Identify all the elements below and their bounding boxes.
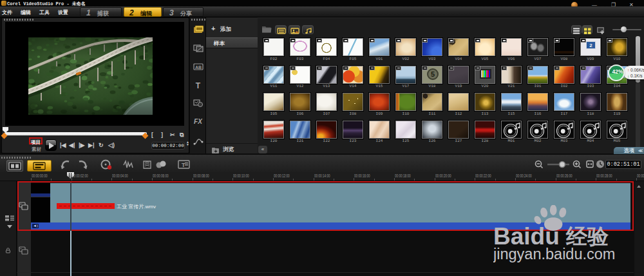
- svg-text:jingyan.baidu.com: jingyan.baidu.com: [493, 246, 615, 262]
- svg-text:AB: AB: [194, 65, 201, 70]
- svg-text:经验: 经验: [565, 224, 609, 248]
